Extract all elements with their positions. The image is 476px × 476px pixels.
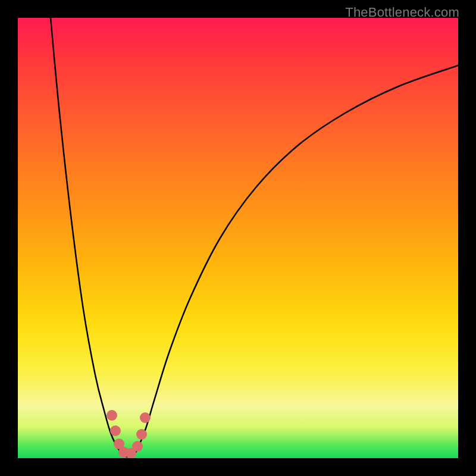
marker-dot [140,412,151,423]
markers-group [107,410,151,458]
chart-svg [18,18,458,458]
marker-dot [136,429,147,440]
curve-path [51,18,458,457]
plot-area [18,18,458,458]
marker-dot [107,410,117,421]
chart-frame: TheBottleneck.com [0,0,476,476]
marker-dot [132,441,143,452]
marker-dot [110,425,121,436]
